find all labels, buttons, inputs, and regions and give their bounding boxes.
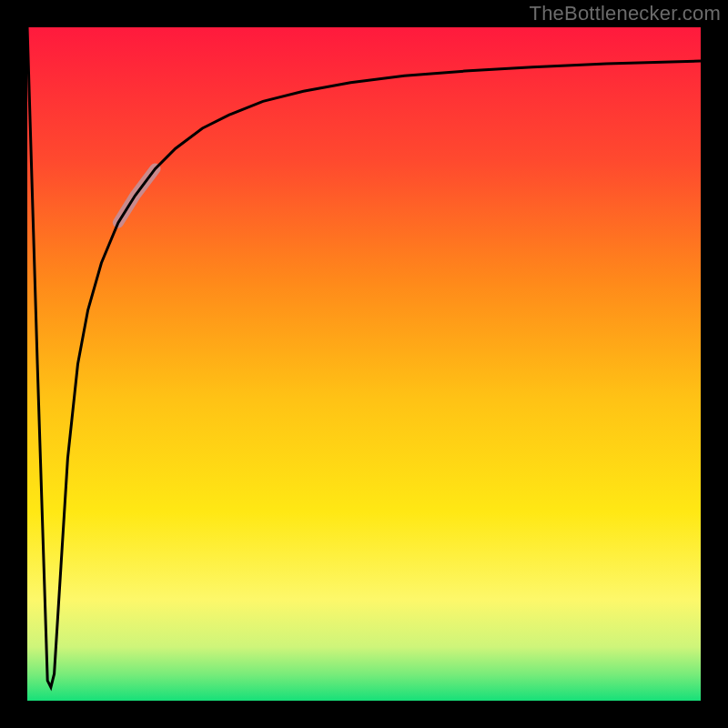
watermark-label: TheBottlenecker.com xyxy=(530,2,721,25)
plot-background xyxy=(27,27,701,701)
chart-container: TheBottlenecker.com xyxy=(0,0,728,728)
bottleneck-chart xyxy=(0,0,728,728)
